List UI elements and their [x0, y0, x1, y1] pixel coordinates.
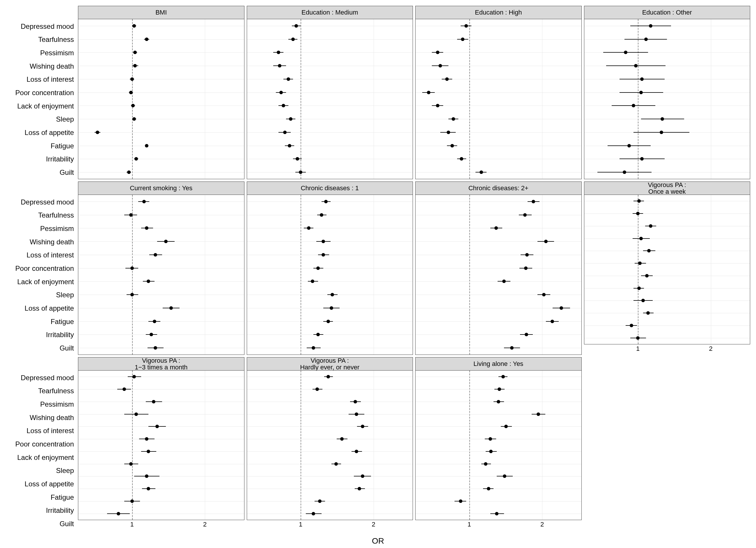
- panel-title: Chronic diseases: 2+: [415, 182, 582, 195]
- y-category-label: Lack of enjoyment: [6, 278, 74, 285]
- x-tick-label: 2: [203, 521, 207, 528]
- point-estimate: [132, 117, 136, 121]
- y-category-label: Poor concentration: [6, 441, 74, 448]
- facet-panel: Education : Other: [584, 6, 750, 179]
- point-estimate: [145, 226, 148, 230]
- point-estimate: [497, 400, 500, 403]
- facet-panel: Chronic diseases : 1: [247, 182, 413, 355]
- point-estimate: [322, 240, 325, 243]
- y-category-label: Loss of appetite: [6, 129, 74, 136]
- point-estimate: [661, 117, 664, 121]
- point-estimate: [525, 333, 528, 336]
- point-estimate: [133, 51, 137, 54]
- plot-area: [584, 19, 750, 179]
- point-estimate: [282, 104, 285, 107]
- point-estimate: [145, 38, 148, 41]
- point-estimate: [358, 487, 361, 490]
- point-estimate: [130, 293, 134, 296]
- y-category-label: Loss of appetite: [6, 305, 74, 312]
- y-category-label: Wishing death: [6, 239, 74, 246]
- point-estimate: [641, 299, 645, 302]
- x-tick-label: 1: [468, 521, 471, 528]
- point-estimate: [315, 387, 319, 391]
- point-estimate: [542, 293, 546, 296]
- point-estimate: [361, 425, 364, 428]
- point-estimate: [283, 131, 287, 134]
- forest-plot-grid: Depressed moodTearfulnessPessimismWishin…: [0, 0, 756, 548]
- plot-area: [247, 19, 413, 179]
- point-estimate: [525, 253, 529, 257]
- y-category-label: Wishing death: [6, 414, 74, 421]
- point-estimate: [287, 77, 290, 81]
- point-estimate: [532, 200, 535, 203]
- panel-title: Living alone : Yes: [415, 357, 582, 370]
- point-estimate: [130, 77, 134, 81]
- point-estimate: [289, 117, 292, 121]
- point-estimate: [447, 131, 450, 134]
- point-estimate: [288, 144, 291, 148]
- point-estimate: [123, 387, 126, 391]
- y-category-label: Depressed mood: [6, 23, 74, 30]
- panel-title: Education : Medium: [247, 6, 413, 19]
- point-estimate: [355, 450, 358, 453]
- y-axis-labels: Depressed moodTearfulnessPessimismWishin…: [6, 6, 76, 179]
- y-category-label: Sleep: [6, 291, 74, 298]
- point-estimate: [312, 512, 315, 515]
- y-category-label: Loss of interest: [6, 252, 74, 259]
- point-estimate: [164, 240, 168, 243]
- point-estimate: [354, 400, 357, 403]
- panel-title: Current smoking : Yes: [78, 182, 244, 195]
- point-estimate: [154, 253, 157, 257]
- facet-panel: Vigorous PA : Hardly ever, or never12: [247, 357, 413, 531]
- point-estimate: [436, 104, 439, 107]
- y-category-label: Poor concentration: [6, 89, 74, 96]
- plot-area: [247, 370, 413, 520]
- point-estimate: [129, 91, 133, 94]
- facet-panel: BMI: [78, 6, 244, 179]
- x-axis: 12: [584, 344, 750, 355]
- point-estimate: [452, 117, 455, 121]
- point-estimate: [524, 267, 528, 270]
- facet-panel: Chronic diseases: 2+: [415, 182, 582, 355]
- point-estimate: [296, 157, 299, 161]
- point-estimate: [316, 267, 320, 270]
- reference-line: [469, 19, 470, 179]
- point-estimate: [155, 425, 159, 428]
- point-estimate: [494, 226, 498, 230]
- panel-title: Vigorous PA : Hardly ever, or never: [247, 357, 413, 370]
- point-estimate: [361, 474, 364, 478]
- point-estimate: [484, 462, 487, 466]
- point-estimate: [639, 237, 643, 240]
- point-estimate: [145, 437, 148, 441]
- point-estimate: [291, 38, 295, 41]
- point-estimate: [147, 487, 150, 490]
- point-estimate: [340, 437, 344, 441]
- point-estimate: [537, 412, 540, 416]
- point-estimate: [501, 375, 505, 378]
- point-estimate: [489, 450, 493, 453]
- point-estimate: [544, 240, 548, 243]
- reference-line: [132, 19, 133, 179]
- point-estimate: [649, 224, 652, 228]
- point-estimate: [169, 306, 173, 310]
- point-estimate: [623, 171, 626, 174]
- panel-title: Education : Other: [584, 6, 750, 19]
- point-estimate: [436, 51, 439, 54]
- point-estimate: [96, 131, 99, 134]
- point-estimate: [637, 199, 641, 203]
- point-estimate: [630, 324, 633, 327]
- y-category-label: Depressed mood: [6, 199, 74, 206]
- point-estimate: [439, 64, 442, 68]
- point-estimate: [142, 200, 146, 203]
- reference-line: [132, 195, 133, 354]
- x-tick-label: 2: [540, 521, 544, 528]
- point-estimate: [504, 425, 508, 428]
- point-estimate: [634, 64, 638, 68]
- y-category-label: Tearfulness: [6, 387, 74, 394]
- y-category-label: Tearfulness: [6, 212, 74, 219]
- point-estimate: [299, 171, 302, 174]
- point-estimate: [640, 157, 644, 161]
- point-estimate: [464, 24, 468, 28]
- facet-panel: Current smoking : Yes: [78, 182, 244, 355]
- point-estimate: [326, 375, 330, 378]
